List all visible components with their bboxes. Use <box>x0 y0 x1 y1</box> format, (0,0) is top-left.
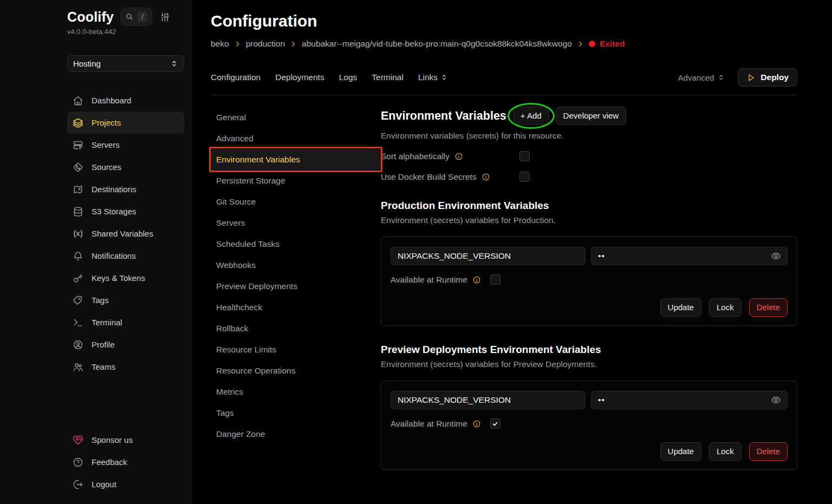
breadcrumb-resource[interactable]: abubakar--meigag/vid-tube-beko-pro:main-… <box>302 39 572 49</box>
key-icon <box>73 273 83 284</box>
lock-button[interactable]: Lock <box>709 298 742 317</box>
tab-links-label: Links <box>418 73 438 82</box>
available-at-runtime-checkbox[interactable] <box>490 418 500 429</box>
tab-logs[interactable]: Logs <box>339 71 358 83</box>
bell-icon <box>73 251 83 261</box>
subnav-item-scheduled-tasks[interactable]: Scheduled Tasks <box>211 233 381 254</box>
env-variables-title: Environment Variables <box>381 109 506 123</box>
tab-configuration[interactable]: Configuration <box>211 71 261 83</box>
sidebar-item-terminal[interactable]: Terminal <box>67 311 184 333</box>
deploy-button[interactable]: Deploy <box>738 68 797 87</box>
subnav-item-preview-deployments[interactable]: Preview Deployments <box>211 276 381 297</box>
status-dot-icon <box>589 41 595 47</box>
breadcrumb-environment[interactable]: production <box>246 39 285 49</box>
subnav-item-rollback[interactable]: Rollback <box>211 318 381 339</box>
tab-deployments[interactable]: Deployments <box>275 71 324 83</box>
info-icon <box>454 152 463 161</box>
breadcrumb-chevron-icon <box>234 41 241 48</box>
eye-icon <box>771 251 781 261</box>
sidebar-item-keys-tokens[interactable]: Keys & Tokens <box>67 267 184 289</box>
subnav-item-servers[interactable]: Servers <box>211 212 381 233</box>
page-title: Configuration <box>211 12 797 30</box>
sidebar-item-label: Profile <box>92 339 115 350</box>
chevron-up-down-icon <box>440 74 448 81</box>
sidebar-item-destinations[interactable]: Destinations <box>67 178 184 200</box>
sidebar-item-label: Dashboard <box>92 95 131 106</box>
subnav-item-healthcheck[interactable]: Healthcheck <box>211 297 381 318</box>
delete-button[interactable]: Delete <box>749 442 788 461</box>
sort-alphabetically-row: Sort alphabetically <box>381 151 797 161</box>
info-icon <box>472 276 481 284</box>
lock-button[interactable]: Lock <box>709 442 742 461</box>
breadcrumb-chevron-icon <box>290 41 297 48</box>
preview-section-subtitle: Environment (secrets) variables for Prev… <box>381 359 797 369</box>
sidebar-item-sponsor[interactable]: Sponsor us <box>67 429 184 451</box>
app-root: Coolify / v4.0.0-beta.442 Hosting <box>0 0 832 504</box>
sidebar-item-label: Keys & Tokens <box>92 272 145 284</box>
subnav-item-danger-zone[interactable]: Danger Zone <box>211 423 381 444</box>
subnav-item-git-source[interactable]: Git Source <box>211 191 381 212</box>
sidebar-item-profile[interactable]: Profile <box>67 333 184 356</box>
app-logo: Coolify <box>67 9 114 25</box>
sidebar-item-s3-storages[interactable]: S3 Storages <box>67 200 184 222</box>
sidebar-item-sources[interactable]: Sources <box>67 156 184 178</box>
sidebar-nav: Dashboard Projects Servers Sources Desti… <box>67 89 184 378</box>
subnav-item-resource-limits[interactable]: Resource Limits <box>211 339 381 360</box>
sidebar: Coolify / v4.0.0-beta.442 Hosting <box>0 0 191 504</box>
sidebar-footer: Sponsor us Feedback Logout <box>67 429 184 495</box>
variable-icon: (x) <box>73 228 83 239</box>
advanced-dropdown[interactable]: Advanced <box>678 73 725 82</box>
status-text: Exited <box>600 39 625 49</box>
search-button[interactable]: / <box>120 8 152 26</box>
delete-button[interactable]: Delete <box>749 298 788 317</box>
sidebar-item-tags[interactable]: Tags <box>67 289 184 311</box>
sidebar-item-notifications[interactable]: Notifications <box>67 245 184 267</box>
subnav-item-tags[interactable]: Tags <box>211 402 381 423</box>
sidebar-item-shared-variables[interactable]: (x) Shared Variables <box>67 222 184 245</box>
developer-view-button[interactable]: Developer view <box>556 107 627 125</box>
update-button[interactable]: Update <box>660 442 701 461</box>
subnav-item-environment-variables[interactable]: Environment Variables <box>211 149 381 170</box>
subnav-item-resource-operations[interactable]: Resource Operations <box>211 360 381 381</box>
sidebar-item-label: Tags <box>92 294 109 306</box>
divider <box>211 95 797 95</box>
settings-sliders-button[interactable] <box>159 11 171 23</box>
available-at-runtime-checkbox[interactable] <box>490 274 500 285</box>
sidebar-item-teams[interactable]: Teams <box>67 356 184 378</box>
sidebar-item-feedback[interactable]: Feedback <box>67 451 184 473</box>
docker-build-secrets-row: Use Docker Build Secrets <box>381 172 797 182</box>
tab-terminal[interactable]: Terminal <box>372 71 404 83</box>
update-button[interactable]: Update <box>660 298 701 317</box>
sidebar-item-label: Projects <box>92 117 121 128</box>
sidebar-item-label: Teams <box>92 361 115 372</box>
production-section-subtitle: Environment (secrets) variables for Prod… <box>381 215 797 225</box>
reveal-value-button[interactable] <box>770 250 782 263</box>
subnav-item-advanced[interactable]: Advanced <box>211 128 381 149</box>
add-env-variable-button[interactable]: + Add <box>513 107 549 125</box>
sidebar-item-projects[interactable]: Projects <box>67 112 184 134</box>
env-value-input[interactable] <box>591 391 788 409</box>
reveal-value-button[interactable] <box>770 394 782 407</box>
docker-build-secrets-checkbox[interactable] <box>519 172 530 182</box>
main-area: Configuration beko production abubakar--… <box>191 0 832 504</box>
chevron-up-down-icon <box>170 60 178 68</box>
subnav-item-metrics[interactable]: Metrics <box>211 381 381 402</box>
subnav-item-webhooks[interactable]: Webhooks <box>211 254 381 276</box>
advanced-label: Advanced <box>678 73 714 82</box>
team-select[interactable]: Hosting <box>67 55 184 72</box>
breadcrumb-team[interactable]: beko <box>211 39 229 49</box>
tags-icon <box>73 295 83 306</box>
sort-alphabetically-checkbox[interactable] <box>519 151 530 161</box>
subnav-item-general[interactable]: General <box>211 107 381 128</box>
env-name-input[interactable] <box>391 391 586 409</box>
sidebar-item-logout[interactable]: Logout <box>67 473 184 495</box>
subnav-item-persistent-storage[interactable]: Persistent Storage <box>211 170 381 191</box>
sidebar-item-servers[interactable]: Servers <box>67 134 184 156</box>
tab-links[interactable]: Links <box>418 71 448 83</box>
sidebar-item-dashboard[interactable]: Dashboard <box>67 89 184 112</box>
env-name-input[interactable] <box>391 247 586 265</box>
available-at-runtime-label: Available at Runtime <box>391 419 467 429</box>
production-env-var-card: Available at Runtime Update Lock Delete <box>381 237 797 326</box>
chevron-up-down-icon <box>717 74 725 81</box>
env-value-input[interactable] <box>591 247 788 265</box>
